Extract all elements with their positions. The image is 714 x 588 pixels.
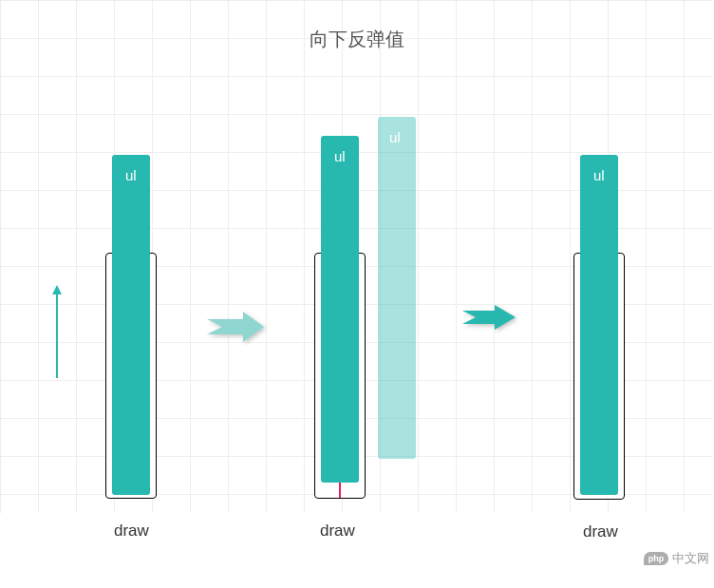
- stage3-caption: draw: [583, 522, 618, 541]
- stage2-ul-ghost-label: ul: [389, 129, 401, 145]
- up-arrow-head-icon: [52, 285, 62, 294]
- stage2-bounce-indicator: [339, 483, 341, 498]
- stage2-ul-element: [321, 136, 359, 483]
- stage2-ul-ghost-element: [378, 117, 416, 459]
- arrow-right-icon: [205, 310, 270, 346]
- stage1-caption: draw: [114, 522, 149, 541]
- stage1-ul-element: [112, 155, 150, 495]
- watermark: php 中文网: [644, 550, 709, 567]
- watermark-logo-icon: php: [644, 552, 668, 565]
- arrow-right-icon: [460, 303, 521, 333]
- stage2-caption: draw: [320, 522, 355, 541]
- watermark-text: 中文网: [672, 550, 709, 567]
- stage1-ul-label: ul: [125, 167, 137, 183]
- diagram-title: 向下反弹值: [310, 27, 404, 52]
- stage2-ul-label: ul: [334, 148, 346, 164]
- up-arrow-line: [56, 293, 58, 378]
- stage3-ul-label: ul: [593, 167, 605, 183]
- stage3-ul-element: [580, 155, 618, 495]
